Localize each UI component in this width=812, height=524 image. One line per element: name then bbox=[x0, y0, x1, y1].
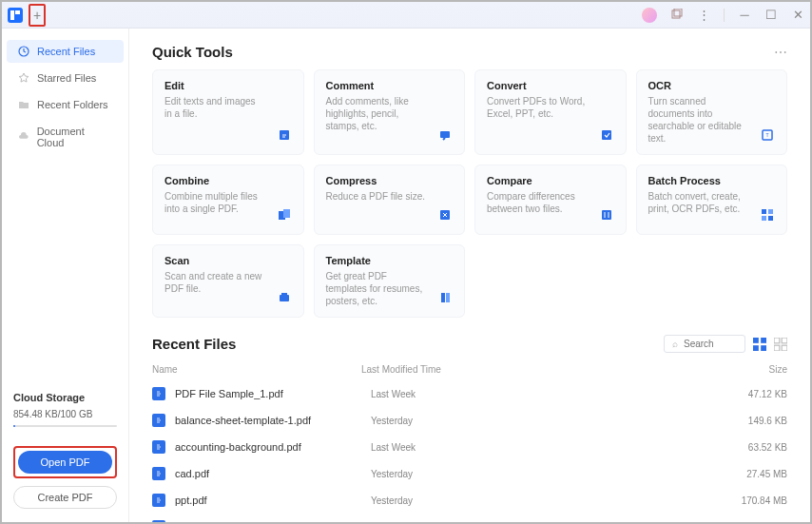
tool-edit[interactable]: EditEdit texts and images in a file. bbox=[152, 69, 304, 155]
sidebar-item-starred-files[interactable]: Starred Files bbox=[7, 67, 124, 89]
tool-desc: Add comments, like highlights, pencil, s… bbox=[326, 95, 454, 132]
file-name: balance-sheet-template-1.pdf bbox=[175, 415, 371, 426]
tool-batch-process[interactable]: Batch ProcessBatch convert, create, prin… bbox=[636, 165, 788, 235]
maximize-icon[interactable]: ☐ bbox=[764, 9, 778, 22]
tool-title: Convert bbox=[487, 80, 614, 91]
tool-icon bbox=[275, 126, 294, 145]
tool-title: Scan bbox=[164, 255, 292, 266]
file-size: 63.52 KB bbox=[711, 442, 787, 453]
sidebar-item-recent-files[interactable]: Recent Files bbox=[7, 40, 124, 63]
file-list-header: Name Last Modified Time Size bbox=[152, 360, 787, 380]
col-size: Size bbox=[711, 364, 787, 375]
open-pdf-highlight: Open PDF bbox=[13, 446, 117, 478]
tool-title: Combine bbox=[164, 175, 292, 186]
close-icon[interactable]: ✕ bbox=[791, 9, 804, 22]
cloud-storage-size: 854.48 KB/100 GB bbox=[13, 409, 117, 419]
svg-rect-20 bbox=[441, 293, 445, 302]
cloud-storage-bar bbox=[13, 425, 117, 427]
svg-rect-3 bbox=[674, 9, 682, 16]
kebab-menu-icon[interactable]: ⋮ bbox=[697, 9, 710, 22]
tool-desc: Edit texts and images in a file. bbox=[164, 95, 292, 120]
sidebar-item-document-cloud[interactable]: Document Cloud bbox=[7, 120, 124, 154]
tool-title: Compress bbox=[326, 175, 454, 186]
svg-rect-15 bbox=[768, 209, 773, 214]
col-modified: Last Modified Time bbox=[361, 364, 711, 375]
search-icon: ⌕ bbox=[672, 339, 678, 349]
avatar-icon[interactable] bbox=[642, 8, 657, 23]
file-list: PDF File Sample_1.pdfLast Week47.12 KBba… bbox=[152, 380, 787, 522]
plus-icon: + bbox=[33, 8, 41, 23]
file-row[interactable]: balance-sheet-template-1.pdfYesterday149… bbox=[152, 407, 787, 434]
pdf-file-icon bbox=[152, 387, 165, 400]
sidebar-item-label: Starred Files bbox=[37, 72, 96, 84]
svg-rect-18 bbox=[280, 295, 289, 301]
search-input[interactable] bbox=[684, 339, 731, 349]
svg-rect-14 bbox=[762, 209, 766, 214]
svg-rect-16 bbox=[762, 216, 766, 221]
tool-icon bbox=[275, 205, 294, 224]
file-row[interactable]: cad.pdfYesterday27.45 MB bbox=[152, 460, 787, 487]
tool-icon bbox=[275, 288, 294, 307]
file-modified: Yesterday bbox=[371, 495, 711, 506]
sidebar-item-label: Recent Files bbox=[37, 46, 95, 57]
file-size: 27.45 MB bbox=[711, 469, 787, 479]
new-tab-button[interactable]: + bbox=[29, 4, 46, 27]
titlebar: + ⋮ ─ ☐ ✕ bbox=[2, 2, 810, 29]
tool-desc: Reduce a PDF file size. bbox=[326, 190, 454, 203]
file-size: 149.6 KB bbox=[711, 416, 787, 426]
pdf-file-icon bbox=[152, 520, 165, 522]
quick-tools-more-icon[interactable]: ⋯ bbox=[774, 45, 787, 60]
svg-rect-27 bbox=[782, 338, 787, 343]
search-box[interactable]: ⌕ bbox=[664, 335, 745, 353]
tool-title: OCR bbox=[648, 80, 776, 91]
file-row[interactable]: PDF File Sample_1.pdfLast Week47.12 KB bbox=[152, 380, 787, 407]
tool-desc: Scan and create a new PDF file. bbox=[164, 270, 292, 295]
file-modified: Last Week bbox=[371, 389, 711, 399]
svg-rect-26 bbox=[774, 338, 780, 343]
tool-desc: Batch convert, create, print, OCR PDFs, … bbox=[648, 190, 776, 215]
notification-icon[interactable] bbox=[670, 9, 684, 22]
svg-text:T: T bbox=[765, 132, 768, 138]
svg-rect-29 bbox=[782, 345, 787, 351]
file-name: Frame 2125622.pdf bbox=[175, 521, 371, 522]
tool-compare[interactable]: CompareCompare differences between two f… bbox=[474, 165, 627, 235]
open-pdf-button[interactable]: Open PDF bbox=[18, 451, 112, 474]
file-row[interactable]: Frame 2125622.pdfYesterday8.39 MB bbox=[152, 514, 787, 522]
tool-ocr[interactable]: OCRTurn scanned documents into searchabl… bbox=[636, 69, 788, 155]
tool-icon bbox=[435, 205, 454, 224]
tool-icon bbox=[758, 205, 777, 224]
recent-files-title: Recent Files bbox=[152, 336, 236, 352]
svg-rect-6 bbox=[440, 131, 450, 138]
tool-template[interactable]: TemplateGet great PDF templates for resu… bbox=[314, 244, 466, 318]
file-row[interactable]: ppt.pdfYesterday170.84 MB bbox=[152, 487, 787, 514]
tools-grid: EditEdit texts and images in a file.Comm… bbox=[152, 69, 787, 318]
tool-combine[interactable]: CombineCombine multiple files into a sin… bbox=[152, 165, 304, 235]
tool-comment[interactable]: CommentAdd comments, like highlights, pe… bbox=[314, 69, 466, 155]
tool-icon bbox=[597, 205, 616, 224]
sidebar-item-recent-folders[interactable]: Recent Folders bbox=[7, 93, 124, 116]
col-name: Name bbox=[152, 364, 361, 375]
create-pdf-button[interactable]: Create PDF bbox=[13, 486, 117, 509]
folder-icon bbox=[18, 99, 29, 110]
svg-rect-28 bbox=[774, 345, 780, 351]
tool-title: Template bbox=[326, 255, 454, 266]
tool-desc: Turn scanned documents into searchable o… bbox=[648, 95, 776, 145]
svg-rect-24 bbox=[753, 345, 759, 351]
view-grid-icon[interactable] bbox=[774, 338, 787, 351]
tool-title: Comment bbox=[326, 80, 454, 91]
file-row[interactable]: accounting-background.pdfLast Week63.52 … bbox=[152, 434, 787, 460]
svg-rect-25 bbox=[761, 345, 766, 351]
minimize-icon[interactable]: ─ bbox=[738, 9, 751, 22]
sidebar: Recent Files Starred Files Recent Folder… bbox=[2, 29, 129, 522]
tool-scan[interactable]: ScanScan and create a new PDF file. bbox=[152, 244, 304, 318]
tool-desc: Convert PDFs to Word, Excel, PPT, etc. bbox=[487, 95, 614, 120]
tool-convert[interactable]: ConvertConvert PDFs to Word, Excel, PPT,… bbox=[474, 69, 627, 155]
svg-rect-23 bbox=[761, 338, 766, 343]
svg-rect-1 bbox=[15, 10, 20, 14]
tool-compress[interactable]: CompressReduce a PDF file size. bbox=[314, 165, 466, 235]
file-name: PDF File Sample_1.pdf bbox=[175, 388, 371, 399]
svg-rect-19 bbox=[281, 293, 287, 296]
tool-desc: Get great PDF templates for resumes, pos… bbox=[326, 270, 454, 307]
view-list-icon[interactable] bbox=[753, 338, 766, 351]
main-content: Quick Tools ⋯ EditEdit texts and images … bbox=[129, 29, 810, 522]
